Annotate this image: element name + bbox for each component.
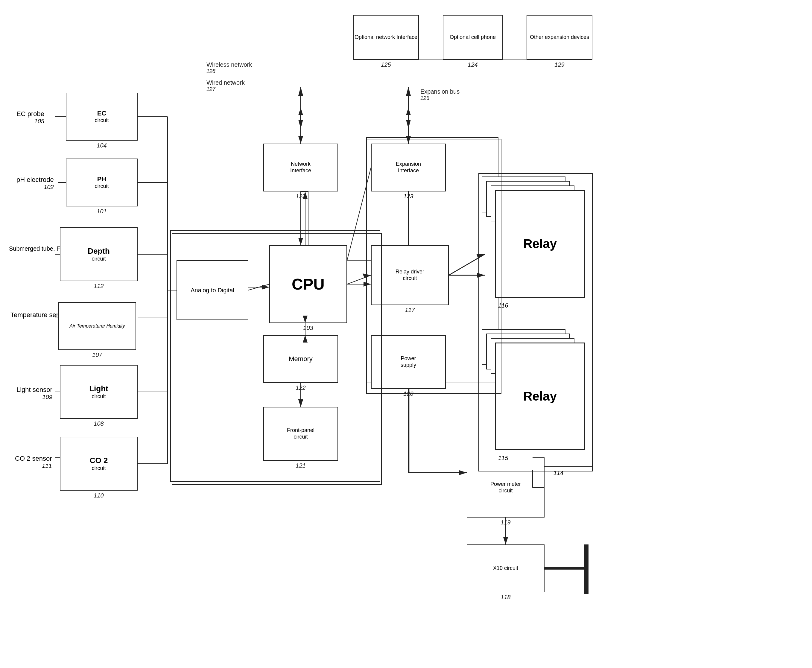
svg-marker-32: [406, 87, 411, 96]
opt-cellphone-block: Optional cell phone 124: [443, 15, 503, 60]
wireless-network-label: Wireless network 128: [206, 61, 252, 75]
light-label: Light sensor 109: [17, 386, 52, 401]
ph-circuit-block: PH circuit 101: [66, 159, 138, 206]
svg-marker-30: [298, 399, 303, 407]
diagram: EC probe 105 pH electrode 102 Submerged …: [0, 0, 812, 668]
other-expansion-block: Other expansion devices 129: [526, 15, 592, 60]
front-panel-block: Front-panel circuit 121: [263, 407, 338, 461]
svg-marker-23: [364, 282, 371, 287]
network-interface-block: Network Interface 123: [263, 144, 338, 192]
ec-probe-label: EC probe 105: [17, 110, 44, 125]
relay-container-num: 114: [553, 470, 563, 476]
expansion-interface-block: Expansion Interface 123: [371, 144, 446, 192]
svg-marker-47: [503, 537, 508, 544]
opt-network-block: Optional network Interface 125: [353, 15, 419, 60]
svg-marker-33: [406, 120, 411, 129]
svg-marker-25: [477, 273, 485, 277]
air-temp-block: Air Temperature/ Humidity 107: [58, 302, 136, 350]
wired-network-label: Wired network 127: [206, 79, 245, 92]
co2-label: CO 2 sensor 111: [15, 455, 52, 469]
co2-circuit-block: CO 2 circuit 110: [60, 437, 138, 491]
depth-circuit-block: Depth circuit 112: [60, 227, 138, 281]
svg-line-14: [248, 284, 269, 290]
ec-circuit-block: EC circuit 104: [66, 93, 138, 140]
power-supply-block: Power supply 120: [371, 335, 446, 389]
svg-marker-20: [298, 87, 303, 96]
x10-circuit-block: X10 circuit 118: [467, 544, 545, 592]
power-meter-block: Power meter circuit 119: [467, 458, 545, 518]
ph-electrode-label: pH electrode 102: [17, 176, 54, 190]
relay-driver-block: Relay driver circuit 117: [371, 245, 449, 305]
expansion-bus-label: Expansion bus 126: [420, 88, 459, 102]
light-circuit-block: Light circuit 108: [60, 365, 138, 419]
cpu-block: CPU 103: [269, 245, 347, 323]
adc-block: Analog to Digital: [177, 260, 248, 320]
svg-marker-21: [298, 120, 303, 129]
memory-block: Memory 122: [263, 335, 338, 383]
